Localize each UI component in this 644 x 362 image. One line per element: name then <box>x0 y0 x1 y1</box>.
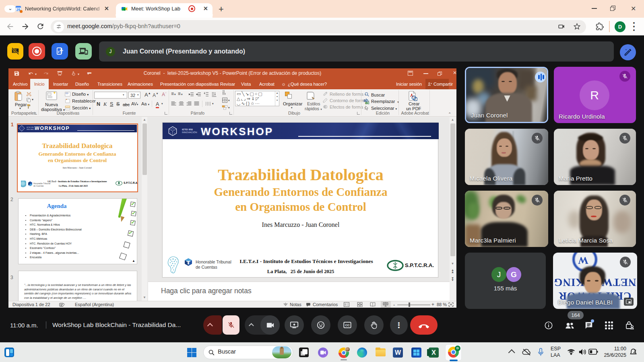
svg-text:CC: CC <box>345 323 350 327</box>
